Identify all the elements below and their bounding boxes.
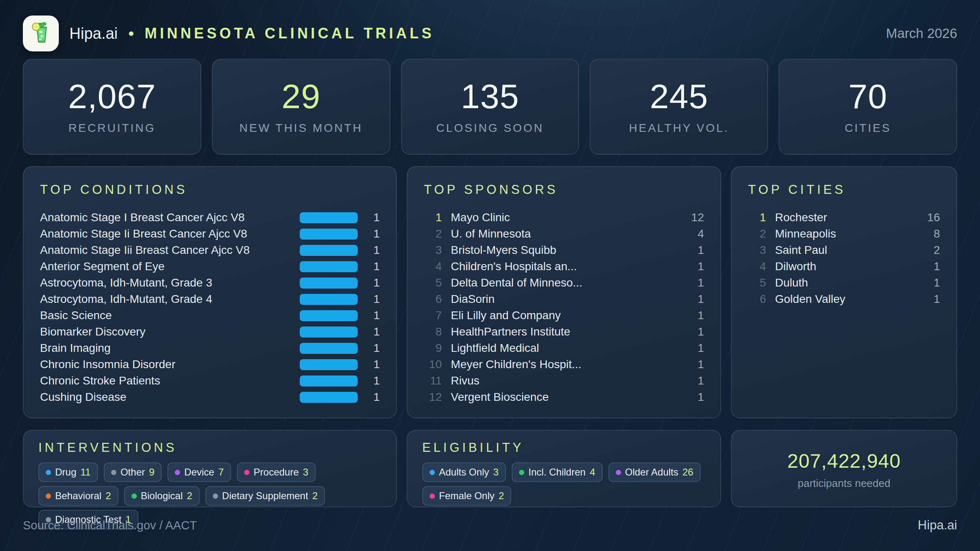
rank-name: Golden Valley	[775, 293, 845, 306]
category-dot-icon	[616, 470, 621, 475]
sponsor-row: 8HealthPartners Institute1	[424, 324, 704, 340]
bottom-panels: INTERVENTIONS Drug11Other9Device7Procedu…	[23, 430, 957, 507]
sponsor-row: 6DiaSorin1	[424, 291, 704, 307]
rank-name: Lightfield Medical	[451, 342, 539, 355]
stat-card: 70CITIES	[779, 59, 957, 155]
rank-name: Duluth	[775, 276, 808, 289]
rank-number: 6	[424, 293, 442, 306]
rank-number: 3	[748, 244, 766, 257]
rank-number: 5	[424, 276, 442, 289]
condition-row: Anatomic Stage Ii Breast Cancer Ajcc V81	[40, 226, 380, 242]
sponsor-row: 5Delta Dental of Minneso...1	[424, 275, 704, 291]
condition-bar-track	[300, 375, 358, 387]
category-dot-icon	[46, 470, 51, 475]
condition-count: 1	[358, 260, 380, 273]
stat-card: 135CLOSING SOON	[401, 59, 579, 155]
stat-value: 135	[461, 79, 519, 113]
interventions-panel: INTERVENTIONS Drug11Other9Device7Procedu…	[23, 430, 397, 507]
sponsor-row: 7Eli Lilly and Company1	[424, 307, 704, 324]
rank-count: 1	[697, 276, 704, 289]
city-row: 5Duluth1	[748, 275, 940, 291]
intervention-badge: Biological2	[124, 486, 200, 506]
rank-name: Mayo Clinic	[451, 211, 510, 224]
sponsor-row: 12Vergent Bioscience1	[424, 389, 704, 405]
conditions-list: Anatomic Stage I Breast Cancer Ajcc V81A…	[40, 209, 380, 405]
condition-count: 1	[358, 342, 380, 355]
rank-name: U. of Minnesota	[451, 227, 531, 240]
top-sponsors-title: TOP SPONSORS	[424, 182, 704, 197]
eligibility-badge: Older Adults26	[608, 462, 701, 482]
badge-count: 7	[218, 467, 224, 478]
badge-count: 3	[493, 467, 499, 478]
condition-bar	[300, 343, 358, 354]
condition-name: Cushing Disease	[40, 391, 300, 404]
eligibility-badges: Adults Only3Incl. Children4Older Adults2…	[422, 462, 706, 506]
rank-number: 3	[424, 244, 442, 257]
main-panels: TOP CONDITIONS Anatomic Stage I Breast C…	[23, 166, 957, 418]
stat-card: 2,067RECRUITING	[23, 59, 201, 155]
condition-count: 1	[358, 358, 380, 371]
condition-row: Astrocytoma, Idh-Mutant, Grade 41	[40, 291, 380, 307]
rank-name: Dilworth	[775, 260, 816, 273]
rank-number: 1	[748, 211, 766, 224]
condition-bar	[300, 229, 358, 240]
condition-bar-track	[300, 294, 358, 305]
data-source: Source: ClinicalTrials.gov / AACT	[23, 519, 197, 532]
eligibility-badge: Female Only2	[422, 486, 511, 506]
condition-row: Chronic Stroke Patients1	[40, 373, 380, 389]
condition-row: Basic Science1	[40, 307, 380, 324]
eligibility-title: ELIGIBILITY	[422, 440, 706, 455]
condition-count: 1	[358, 374, 380, 387]
category-dot-icon	[46, 493, 51, 499]
condition-bar-track	[300, 212, 358, 223]
stat-label: CLOSING SOON	[436, 122, 543, 135]
rank-count: 1	[697, 391, 704, 404]
rank-count: 1	[933, 276, 940, 289]
brand-name: Hipa.ai	[69, 25, 118, 42]
top-cities-title: TOP CITIES	[748, 182, 940, 197]
intervention-badge: Procedure3	[237, 462, 316, 482]
condition-name: Anatomic Stage I Breast Cancer Ajcc V8	[40, 211, 300, 224]
intervention-badge: Drug11	[38, 462, 98, 482]
rank-number: 10	[424, 358, 442, 371]
header-separator-dot: •	[128, 25, 134, 42]
badge-label: Female Only	[439, 490, 494, 502]
rank-count: 2	[933, 244, 940, 257]
category-dot-icon	[519, 470, 524, 475]
top-sponsors-panel: TOP SPONSORS 1Mayo Clinic122U. of Minnes…	[407, 166, 721, 418]
condition-count: 1	[358, 293, 380, 306]
rank-count: 1	[933, 293, 940, 306]
stats-row: 2,067RECRUITING29NEW THIS MONTH135CLOSIN…	[23, 59, 957, 155]
page-title: MINNESOTA CLINICAL TRIALS	[145, 25, 434, 42]
dashboard-page: Hipa.ai • MINNESOTA CLINICAL TRIALS Marc…	[0, 0, 980, 551]
app-logo	[23, 16, 59, 51]
rank-name: Saint Paul	[775, 244, 827, 257]
condition-bar	[300, 245, 358, 256]
city-row: 6Golden Valley1	[748, 291, 940, 307]
stat-label: HEALTHY VOL.	[629, 122, 729, 135]
intervention-badge: Behavioral2	[38, 486, 118, 506]
condition-bar	[300, 310, 358, 321]
rank-name: Eli Lilly and Company	[451, 309, 561, 322]
rank-name: HealthPartners Institute	[451, 325, 570, 338]
condition-name: Basic Science	[40, 309, 300, 322]
condition-count: 1	[358, 227, 380, 240]
condition-name: Brain Imaging	[40, 342, 300, 355]
badge-label: Behavioral	[55, 490, 101, 502]
city-row: 1Rochester16	[748, 209, 940, 226]
rank-count: 16	[927, 211, 940, 224]
category-dot-icon	[430, 493, 435, 499]
category-dot-icon	[213, 493, 218, 499]
rank-count: 12	[691, 211, 704, 224]
rank-number: 7	[424, 309, 442, 322]
rank-number: 6	[748, 293, 766, 306]
condition-bar-track	[300, 327, 358, 338]
sponsors-list: 1Mayo Clinic122U. of Minnesota43Bristol-…	[424, 209, 704, 405]
city-row: 4Dilworth1	[748, 258, 940, 275]
category-dot-icon	[175, 470, 180, 475]
badge-label: Other	[120, 467, 145, 478]
rank-number: 1	[424, 211, 442, 224]
category-dot-icon	[111, 470, 116, 475]
condition-bar-track	[300, 278, 358, 289]
condition-name: Chronic Stroke Patients	[40, 374, 300, 387]
